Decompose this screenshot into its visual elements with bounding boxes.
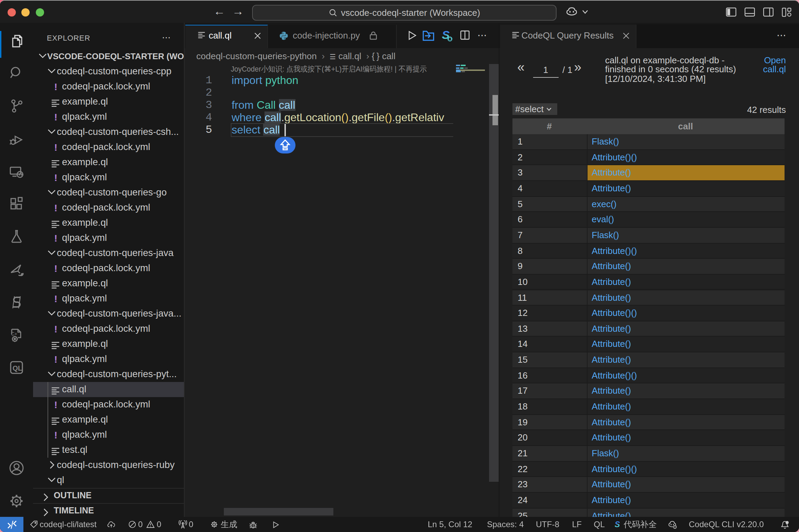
svg-text:QL: QL [12,364,22,372]
svg-text:C+: C+ [11,331,17,336]
